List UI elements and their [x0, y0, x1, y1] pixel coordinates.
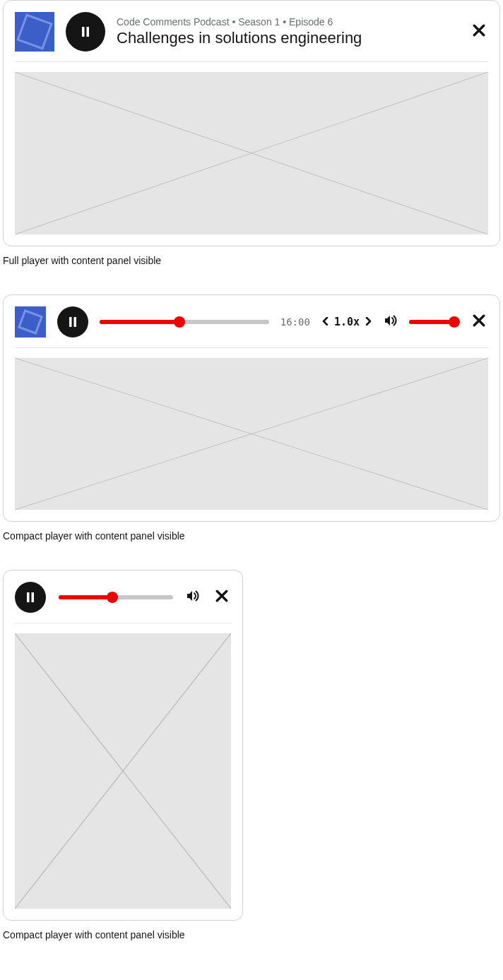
episode-meta: Code Comments Podcast • Season 1 • Episo… [117, 16, 458, 28]
pause-icon [25, 592, 36, 603]
pause-button[interactable] [15, 582, 46, 613]
chevron-right-icon [364, 317, 372, 325]
full-player-header: Code Comments Podcast • Season 1 • Episo… [15, 12, 488, 52]
close-button[interactable] [470, 311, 488, 333]
volume-slider[interactable] [409, 316, 458, 328]
playback-speed: 1.0x [321, 316, 372, 328]
full-player-card: Code Comments Podcast • Season 1 • Episo… [3, 0, 500, 246]
pause-button[interactable] [57, 306, 88, 337]
content-panel-placeholder [15, 72, 488, 234]
seek-fill [100, 320, 179, 324]
volume-button[interactable] [384, 313, 398, 330]
seek-slider[interactable] [59, 592, 173, 603]
compact-wide-controls: 16:00 1.0x [15, 306, 488, 337]
volume-icon [384, 313, 398, 328]
close-button[interactable] [213, 587, 231, 608]
close-icon [473, 24, 485, 37]
volume-handle[interactable] [449, 316, 460, 328]
close-icon [473, 314, 485, 327]
divider [15, 623, 231, 623]
caption-full: Full player with content panel visible [3, 255, 500, 266]
divider [15, 347, 488, 348]
duration-label: 16:00 [280, 316, 310, 328]
speed-increase-button[interactable] [364, 316, 372, 328]
speed-value: 1.0x [334, 316, 360, 328]
pause-button[interactable] [66, 12, 105, 52]
seek-slider[interactable] [100, 316, 269, 328]
speed-decrease-button[interactable] [321, 316, 330, 328]
content-panel-placeholder [15, 633, 231, 909]
close-button[interactable] [470, 21, 488, 42]
volume-icon [186, 589, 200, 603]
divider [15, 61, 488, 62]
seek-handle[interactable] [107, 592, 118, 603]
caption-compact-wide: Compact player with content panel visibl… [3, 530, 500, 542]
compact-wide-player-card: 16:00 1.0x [3, 294, 500, 522]
episode-titles: Code Comments Podcast • Season 1 • Episo… [117, 16, 458, 47]
volume-button[interactable] [186, 589, 200, 606]
seek-handle[interactable] [174, 316, 185, 328]
pause-icon [80, 26, 91, 37]
caption-compact-small: Compact player with content panel visibl… [3, 929, 500, 940]
compact-small-player-card [3, 570, 243, 921]
episode-title: Challenges in solutions engineering [117, 29, 458, 47]
close-icon [215, 590, 228, 602]
chevron-left-icon [321, 317, 330, 325]
episode-thumbnail[interactable] [15, 12, 54, 52]
volume-fill [409, 320, 454, 324]
seek-fill [59, 595, 112, 599]
compact-small-controls [15, 582, 231, 613]
content-panel-placeholder [15, 358, 488, 510]
episode-thumbnail[interactable] [15, 306, 46, 337]
pause-icon [67, 316, 78, 328]
